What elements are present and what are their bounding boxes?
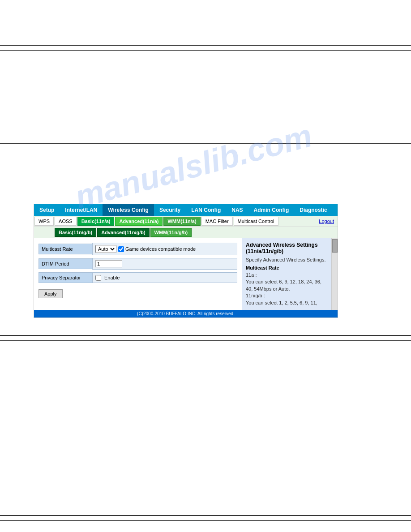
help-title: Advanced Wireless Settings (11n/a/11n/g/… <box>246 242 328 254</box>
dtim-period-label: DTIM Period <box>39 258 92 269</box>
logout-container: Logout <box>315 217 338 225</box>
help-panel: Advanced Wireless Settings (11n/a/11n/g/… <box>242 238 331 310</box>
content-area: Multicast Rate Auto 1 2 5.5 6 9 11 12 18… <box>34 238 338 310</box>
dtim-period-row: DTIM Period <box>39 258 237 270</box>
subnav-advanced-11ngb[interactable]: Advanced(11n/g/b) <box>97 228 149 237</box>
subnav-advanced-11na[interactable]: Advanced(11n/a) <box>115 217 163 226</box>
help-11a-label: 11a : <box>246 272 328 279</box>
privacy-separator-enable-label: Enable <box>104 275 120 280</box>
nav-security[interactable]: Security <box>154 204 186 216</box>
subnav-basic-11na[interactable]: Basic(11n/a) <box>77 217 115 226</box>
subnav-wmm-11ngb[interactable]: WMM(11n/g/b) <box>150 228 192 237</box>
privacy-separator-control: Enable <box>92 272 237 283</box>
main-nav: Setup Internet/LAN Wireless Config Secur… <box>34 204 338 216</box>
watermark: manualslib.com <box>71 117 316 215</box>
subnav-multicast-control[interactable]: Multicast Control <box>234 217 278 226</box>
game-mode-checkbox[interactable] <box>118 246 124 252</box>
multicast-rate-row: Multicast Rate Auto 1 2 5.5 6 9 11 12 18… <box>39 243 237 255</box>
nav-lan-config[interactable]: LAN Config <box>186 204 226 216</box>
help-11ngb-label: 11n/g/b : <box>246 292 328 299</box>
apply-button[interactable]: Apply <box>39 289 63 298</box>
help-multicast-title: Multicast Rate <box>246 265 328 270</box>
nav-nas[interactable]: NAS <box>226 204 248 216</box>
scrollbar-thumb[interactable] <box>332 239 338 253</box>
bot-rule-3 <box>0 515 411 516</box>
nav-internet-lan[interactable]: Internet/LAN <box>60 204 103 216</box>
subnav-wps[interactable]: WPS <box>34 217 54 226</box>
privacy-separator-row: Privacy Separator Enable <box>39 272 237 283</box>
nav-admin-config[interactable]: Admin Config <box>248 204 295 216</box>
help-subtitle: Specify Advanced Wireless Settings. <box>246 257 328 262</box>
subnav-wmm-11na[interactable]: WMM(11n/a) <box>163 217 200 226</box>
help-11a-text: You can select 6, 9, 12, 18, 24, 36, 40,… <box>246 279 328 292</box>
multicast-rate-select[interactable]: Auto 1 2 5.5 6 9 11 12 18 24 36 48 54 <box>95 245 116 253</box>
dtim-period-input[interactable] <box>95 260 122 267</box>
scrollbar[interactable] <box>331 238 338 310</box>
dtim-period-control <box>92 258 237 270</box>
multicast-rate-control: Auto 1 2 5.5 6 9 11 12 18 24 36 48 54 <box>92 243 237 255</box>
subnav-mac-filter[interactable]: MAC Filter <box>201 217 233 226</box>
bot-rule-4 <box>0 520 411 521</box>
bot-rule-2 <box>0 340 411 341</box>
footer: (C)2000-2010 BUFFALO INC. All rights res… <box>34 310 338 317</box>
bot-rule-1 <box>0 335 411 336</box>
privacy-separator-label: Privacy Separator <box>39 272 92 283</box>
help-11ngb-text: You can select 1, 2, 5.5, 6, 9, 11, <box>246 300 328 306</box>
nav-wireless-config[interactable]: Wireless Config <box>103 204 154 216</box>
subnav-basic-11ngb[interactable]: Basic(11n/g/b) <box>55 228 96 237</box>
top-rule-1 <box>0 45 411 46</box>
nav-setup[interactable]: Setup <box>34 204 60 216</box>
subnav-aoss[interactable]: AOSS <box>55 217 77 226</box>
sub-nav-row2: Basic(11n/g/b) Advanced(11n/g/b) WMM(11n… <box>34 227 338 238</box>
sub-nav-row1: WPS AOSS Basic(11n/a) Advanced(11n/a) WM… <box>34 216 338 227</box>
top-rule-2 <box>0 50 411 51</box>
privacy-separator-checkbox[interactable] <box>95 275 101 281</box>
logout-link[interactable]: Logout <box>319 219 334 224</box>
game-mode-row: Game devices compatible mode <box>118 246 196 252</box>
nav-diagnostic[interactable]: Diagnostic <box>294 204 332 216</box>
mid-rule-1 <box>0 143 411 144</box>
router-ui: Setup Internet/LAN Wireless Config Secur… <box>34 204 338 318</box>
multicast-rate-label: Multicast Rate <box>39 244 92 254</box>
settings-panel: Multicast Rate Auto 1 2 5.5 6 9 11 12 18… <box>34 238 242 310</box>
game-mode-label: Game devices compatible mode <box>125 246 196 252</box>
